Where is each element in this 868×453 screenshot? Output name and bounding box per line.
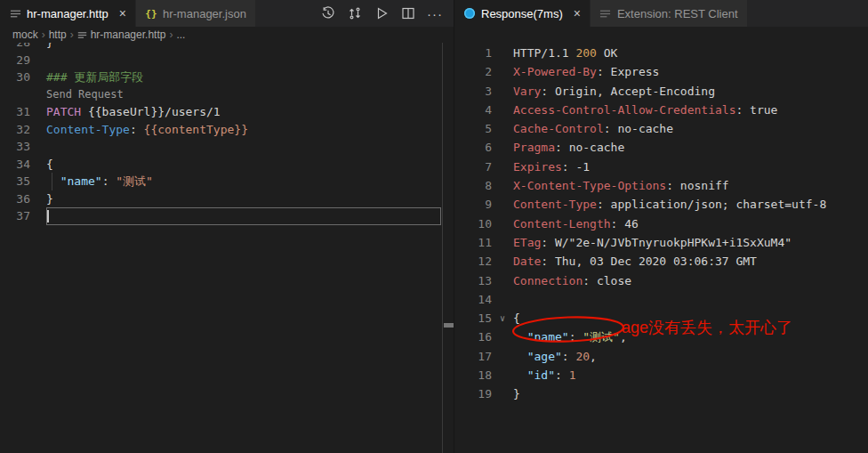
code-text: Access-Control-Allow-Credentials: true [513, 101, 856, 119]
code-text: ### 更新局部字段 [46, 69, 441, 86]
close-icon[interactable]: × [119, 7, 126, 20]
code-text [513, 290, 856, 309]
line-number: 37 [0, 207, 30, 225]
send-request-codelens[interactable]: Send Request [46, 86, 441, 104]
fold-chevron-icon[interactable]: ∨ [492, 309, 513, 328]
line-number: 28 [0, 43, 30, 52]
tab-label: Response(7ms) [481, 7, 563, 20]
code-line: 34{ [0, 156, 454, 174]
line-number: 34 [0, 156, 30, 174]
response-line: 13Connection: close [454, 271, 868, 290]
tab-extension-rest-client[interactable]: Extension: REST Client [591, 0, 748, 27]
tab-response[interactable]: Response(7ms) × [454, 0, 591, 27]
line-number: 29 [0, 52, 30, 69]
fold-gutter [492, 271, 513, 290]
response-line: 12Date: Thu, 03 Dec 2020 03:06:37 GMT [454, 252, 868, 271]
code-text: X-Content-Type-Options: nosniff [513, 176, 856, 195]
fold-gutter [492, 138, 513, 157]
indent-guide [52, 173, 52, 190]
response-line: 17 "age": 20, [454, 347, 868, 366]
breadcrumb-item-symbol[interactable]: ... [176, 28, 185, 41]
text-cursor [47, 210, 49, 222]
code-line: 35 "name": "测试" [0, 173, 454, 190]
tab-label: hr-manager.http [27, 7, 108, 20]
more-actions-icon[interactable]: ··· [425, 4, 445, 23]
line-number: 7 [454, 158, 492, 176]
run-request-icon[interactable] [372, 4, 391, 23]
line-number: 16 [454, 328, 492, 346]
code-text: Cache-Control: no-cache [513, 119, 856, 138]
line-number [0, 86, 30, 104]
line-number: 32 [0, 121, 30, 139]
fold-gutter [492, 195, 513, 214]
split-editor-icon[interactable] [398, 4, 418, 23]
code-text: "id": 1 [513, 366, 856, 384]
code-line: 28} [0, 43, 454, 52]
breadcrumb-item-file[interactable]: hr-manager.http [77, 28, 166, 41]
response-line: 9Content-Type: application/json; charset… [454, 195, 868, 214]
response-line: 19} [454, 384, 868, 403]
response-line: 4Access-Control-Allow-Credentials: true [454, 101, 868, 119]
response-line: 7Expires: -1 [454, 158, 868, 176]
fold-gutter [492, 176, 513, 195]
compare-changes-icon[interactable] [345, 4, 365, 23]
code-text: } [46, 43, 441, 52]
code-text: Pragma: no-cache [513, 138, 856, 157]
response-line: 5Cache-Control: no-cache [454, 119, 868, 138]
breadcrumb: mock › http › hr-manager.http › ... [0, 27, 454, 43]
editor-group-http: hr-manager.http × {} hr-manager.json ···… [0, 0, 454, 453]
close-icon[interactable]: × [574, 7, 581, 20]
code-text: X-Powered-By: Express [513, 62, 856, 81]
line-number: 15 [454, 309, 492, 328]
fold-gutter [492, 233, 513, 252]
code-text: Connection: close [513, 271, 856, 290]
breadcrumb-item-http[interactable]: http [49, 28, 67, 41]
response-line: 11ETag: W/"2e-N/JVbTnyruokpHPKw1+i1SxXuM… [454, 233, 868, 252]
tab-hr-manager-json[interactable]: {} hr-manager.json [136, 0, 256, 27]
list-icon [599, 7, 612, 20]
http-request-editor[interactable]: 28}2930### 更新局部字段Send Request31PATCH {{b… [0, 43, 454, 453]
line-number: 18 [454, 366, 492, 384]
fold-gutter [492, 44, 513, 62]
history-icon[interactable] [318, 4, 338, 23]
line-number: 9 [454, 195, 492, 214]
fold-gutter [492, 366, 513, 384]
line-number: 36 [0, 190, 30, 208]
json-file-icon: {} [145, 7, 157, 20]
left-editor-scrollbar[interactable] [442, 43, 454, 453]
response-line: 1HTTP/1.1 200 OK [454, 44, 868, 62]
line-number: 33 [0, 138, 30, 156]
code-text: Content-Type: application/json; charset=… [513, 195, 856, 214]
response-line: 2X-Powered-By: Express [454, 62, 868, 81]
code-line: 31PATCH {{baseUrl}}/users/1 [0, 103, 454, 121]
fold-gutter [492, 62, 513, 81]
line-number: 3 [454, 82, 492, 101]
code-text: { [513, 309, 856, 328]
fold-gutter [492, 82, 513, 101]
code-line: 29 [0, 52, 454, 69]
chevron-right-icon: › [42, 28, 45, 41]
line-number: 10 [454, 214, 492, 233]
code-line: 33 [0, 138, 454, 156]
fold-gutter [492, 214, 513, 233]
response-line: 14 [454, 290, 868, 309]
code-text: Expires: -1 [513, 158, 856, 176]
http-response-viewer[interactable]: 1HTTP/1.1 200 OK2X-Powered-By: Express3V… [454, 27, 868, 453]
breadcrumb-item-mock[interactable]: mock [12, 28, 38, 41]
code-text: Content-Type: {{contentType}} [46, 121, 441, 139]
chevron-right-icon: › [70, 28, 74, 41]
line-number: 6 [454, 138, 492, 157]
http-file-icon [9, 7, 21, 20]
line-number: 17 [454, 347, 492, 366]
code-text: PATCH {{baseUrl}}/users/1 [46, 103, 441, 121]
fold-gutter [492, 347, 513, 366]
response-line: 16 "name": "测试", [454, 328, 868, 346]
editor-group-response: Response(7ms) × Extension: REST Client 1… [454, 0, 868, 453]
code-text: HTTP/1.1 200 OK [513, 44, 856, 62]
line-number: 12 [454, 252, 492, 271]
fold-gutter [492, 101, 513, 119]
tab-hr-manager-http[interactable]: hr-manager.http × [0, 0, 136, 27]
right-tab-bar: Response(7ms) × Extension: REST Client [454, 0, 868, 27]
code-text: "age": 20, [513, 347, 856, 366]
fold-gutter [492, 252, 513, 271]
